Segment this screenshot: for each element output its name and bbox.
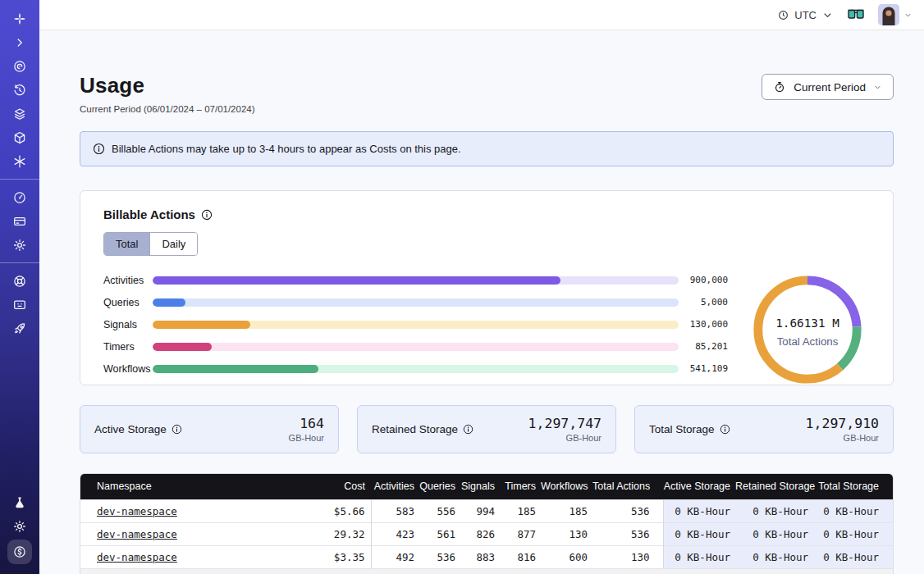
total-daily-toggle: TotalDaily (103, 232, 198, 256)
cell-timers: 816 (500, 545, 541, 568)
namespace-link[interactable]: dev-namespace (97, 551, 177, 563)
nexus-asterisk-icon (12, 154, 27, 169)
column-header-queries: Queries (419, 474, 460, 499)
bar-label: Signals (103, 319, 153, 330)
cell-active-storage: 0 KB-Hour (663, 499, 735, 522)
clock-icon (777, 9, 789, 21)
page-title: Usage (80, 73, 255, 98)
bar-row-signals: Signals130,000 (103, 313, 728, 335)
cell-activities: 492 (371, 545, 419, 568)
temporal-logo-icon (12, 11, 27, 26)
cell-workflows: 600 (541, 545, 592, 568)
retained-storage-card: Retained Storage1,297,747GB-Hour (357, 405, 616, 453)
bar-fill (153, 343, 212, 351)
cell-total-actions: 130 (592, 545, 663, 568)
table-footer-strip (80, 568, 893, 574)
current-period-subtitle: Current Period (06/01/2024 – 07/01/2024) (80, 104, 255, 114)
timezone-dropdown[interactable]: UTC (777, 9, 834, 21)
bar-value: 541,109 (685, 363, 728, 374)
getting-started-rocket-icon (12, 321, 27, 336)
cell-queries: 556 (419, 499, 460, 522)
storage-card-label: Active Storage (94, 423, 167, 435)
bar-track (153, 298, 679, 307)
namespace-link[interactable]: dev-namespace (97, 505, 177, 517)
sidebar-item-billing-card[interactable] (6, 210, 34, 232)
sidebar-item-usage-dollar[interactable] (7, 540, 32, 564)
donut-center-value: 1.66131 M (775, 317, 839, 330)
bar-label: Workflows (103, 363, 153, 375)
sidebar-divider (0, 179, 39, 180)
namespace-link[interactable]: dev-namespace (97, 528, 177, 540)
storage-card-value: 164 (289, 416, 324, 431)
sidebar (0, 0, 39, 574)
sidebar-item-usage-gauge[interactable] (6, 186, 34, 208)
bar-row-timers: Timers85,201 (103, 335, 728, 358)
cell-activities: 423 (371, 522, 419, 545)
bar-value: 130,000 (685, 319, 728, 330)
column-header-workflows: Workflows (541, 474, 592, 499)
cell-active-storage: 0 KB-Hour (663, 522, 735, 545)
cell-activities: 583 (371, 499, 419, 522)
usage-page: Usage Current Period (06/01/2024 – 07/01… (39, 31, 924, 574)
sidebar-item-getting-started-rocket[interactable] (6, 317, 34, 339)
usage-dollar-icon (12, 544, 27, 559)
billable-actions-bar-chart: Activities900,000Queries5,000Signals130,… (103, 269, 728, 390)
cell-timers: 877 (500, 522, 541, 545)
cell-workflows: 185 (541, 499, 592, 522)
sidebar-item-theme-sun[interactable] (6, 515, 34, 537)
chevron-right-icon (12, 35, 27, 50)
sidebar-item-settings-gear[interactable] (6, 234, 34, 256)
sidebar-item-layers[interactable] (6, 102, 34, 125)
cell-retained-storage: 0 KB-Hour (735, 499, 818, 522)
active-storage-card: Active Storage164GB-Hour (80, 405, 339, 453)
cell-queries: 536 (419, 545, 460, 568)
bar-track (153, 365, 679, 373)
cell-total-actions: 536 (592, 522, 663, 545)
sidebar-item-deployments-cube[interactable] (6, 126, 34, 148)
bar-value: 5,000 (685, 297, 728, 308)
sidebar-item-chevron-right[interactable] (6, 31, 34, 53)
timezone-label: UTC (794, 9, 817, 21)
glasses-icon (847, 9, 865, 20)
cell-cost: $5.66 (277, 499, 371, 522)
column-header-retained-storage: Retained Storage (735, 474, 818, 499)
stopwatch-icon (773, 80, 786, 93)
user-menu[interactable] (878, 4, 913, 25)
bar-fill (153, 298, 185, 307)
info-icon[interactable] (463, 424, 473, 435)
bar-track (153, 321, 679, 329)
column-header-total-actions: Total Actions (592, 474, 663, 499)
schedules-icon (12, 83, 27, 98)
period-selector-button[interactable]: Current Period (762, 74, 894, 100)
cell-active-storage: 0 KB-Hour (663, 545, 735, 568)
donut-center-label: Total Actions (777, 335, 839, 348)
tab-total[interactable]: Total (104, 233, 149, 255)
namespace-cell: dev-namespace (80, 499, 277, 522)
bar-row-workflows: Workflows541,109 (103, 358, 728, 380)
namespace-cell: dev-namespace (80, 522, 277, 545)
sidebar-item-temporal-logo[interactable] (6, 7, 34, 30)
tab-daily[interactable]: Daily (149, 233, 197, 255)
layers-icon (12, 107, 27, 121)
feedback-monitor-icon (12, 298, 27, 312)
chevron-down-icon (821, 9, 834, 21)
user-avatar (878, 4, 899, 25)
table-row: dev-namespace$5.665835569941851855360 KB… (80, 499, 893, 522)
sidebar-item-support-lifebuoy[interactable] (6, 270, 34, 292)
support-lifebuoy-icon (12, 274, 27, 289)
dev-glasses-button[interactable] (847, 9, 865, 20)
bar-label: Queries (103, 297, 153, 308)
sidebar-item-namespaces[interactable] (6, 55, 34, 77)
column-header-timers: Timers (500, 474, 541, 499)
info-icon[interactable] (720, 424, 730, 435)
bar-value: 85,201 (685, 341, 728, 352)
info-icon (93, 143, 105, 155)
sidebar-item-feedback-monitor[interactable] (6, 294, 34, 316)
sidebar-item-labs-flask[interactable] (6, 491, 34, 513)
sidebar-item-nexus-asterisk[interactable] (6, 150, 34, 172)
deployments-cube-icon (12, 130, 27, 145)
info-icon[interactable] (172, 424, 182, 435)
info-icon[interactable] (201, 209, 213, 221)
sidebar-item-schedules[interactable] (6, 79, 34, 101)
bar-value: 900,000 (685, 275, 728, 285)
